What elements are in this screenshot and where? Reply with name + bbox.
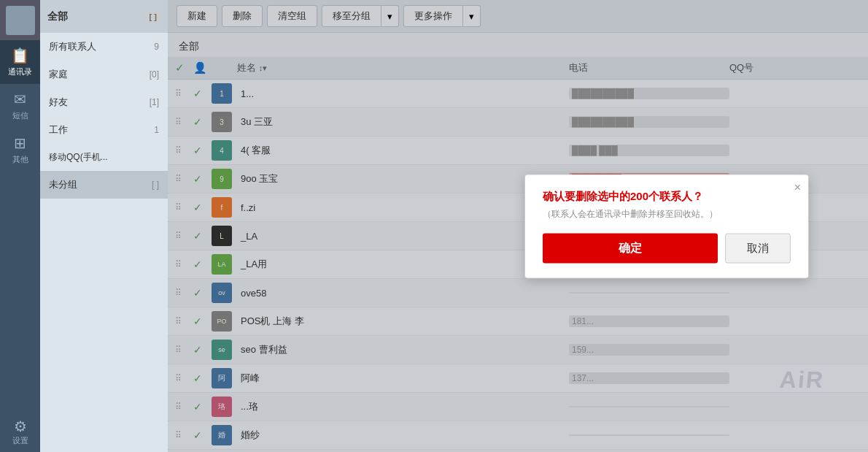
group-item-work[interactable]: 工作 1 <box>40 116 168 144</box>
other-icon: ⊞ <box>14 134 26 152</box>
group-item-friends-count: [1] <box>150 97 159 107</box>
group-item-ungroup-name: 未分组 <box>49 178 149 191</box>
settings-icon: ⚙ <box>14 418 27 435</box>
group-item-family[interactable]: 家庭 [0] <box>40 61 168 88</box>
group-item-friends[interactable]: 好友 [1] <box>40 88 168 116</box>
group-item-mobile[interactable]: 移动QQ(手机... <box>40 144 168 171</box>
group-panel-header: 全部 [ ] <box>40 0 168 33</box>
avatar <box>0 0 40 40</box>
dialog-subtitle: （联系人会在通讯录中删除并移至回收站。） <box>543 207 791 220</box>
dialog-title: 确认要删除选中的200个联系人？ <box>543 189 791 203</box>
group-item-all-count: 9 <box>154 42 159 52</box>
group-item-friends-name: 好友 <box>49 96 147 109</box>
group-item-all-name: 所有联系人 <box>49 40 151 53</box>
sidebar-item-other[interactable]: ⊞ 其他 <box>0 128 40 172</box>
contacts-label: 通讯录 <box>8 66 32 77</box>
group-panel-badge: [ ] <box>146 12 160 22</box>
group-item-work-name: 工作 <box>49 123 151 137</box>
dialog-confirm-button[interactable]: 确定 <box>543 233 718 263</box>
contacts-icon: 📋 <box>11 47 29 64</box>
confirm-dialog: × 确认要删除选中的200个联系人？ （联系人会在通讯录中删除并移至回收站。） … <box>524 174 809 278</box>
sidebar: 📋 通讯录 ✉ 短信 ⊞ 其他 ⚙ 设置 <box>0 0 40 452</box>
sidebar-item-contacts[interactable]: 📋 通讯录 <box>0 40 40 84</box>
group-item-ungroup-count: [ ] <box>152 180 159 190</box>
main-content: 新建 删除 清空组 移至分组 ▾ 更多操作 ▾ 全部 ✓ 👤 姓名 ↕▾ <box>168 0 868 452</box>
group-item-ungroup[interactable]: 未分组 [ ] <box>40 171 168 199</box>
group-panel-title: 全部 <box>47 10 68 23</box>
settings-label: 设置 <box>12 435 28 446</box>
group-item-mobile-name: 移动QQ(手机... <box>49 151 156 164</box>
mail-label: 短信 <box>12 110 28 121</box>
sidebar-item-mail[interactable]: ✉ 短信 <box>0 84 40 128</box>
group-list: 所有联系人 9 家庭 [0] 好友 [1] 工作 1 移动QQ(手机... 未分… <box>40 33 168 452</box>
group-item-work-count: 1 <box>154 125 159 135</box>
sidebar-item-settings[interactable]: ⚙ 设置 <box>0 412 40 452</box>
other-label: 其他 <box>12 154 28 165</box>
dialog-buttons: 确定 取消 <box>543 233 791 263</box>
mail-icon: ✉ <box>14 91 26 108</box>
dialog-cancel-button[interactable]: 取消 <box>725 233 791 263</box>
group-item-all[interactable]: 所有联系人 9 <box>40 33 168 61</box>
group-panel: 全部 [ ] 所有联系人 9 家庭 [0] 好友 [1] 工作 1 移动QQ(手… <box>40 0 168 452</box>
group-item-family-count: [0] <box>150 69 159 80</box>
group-item-family-name: 家庭 <box>49 68 147 81</box>
dialog-close-button[interactable]: × <box>794 180 801 194</box>
